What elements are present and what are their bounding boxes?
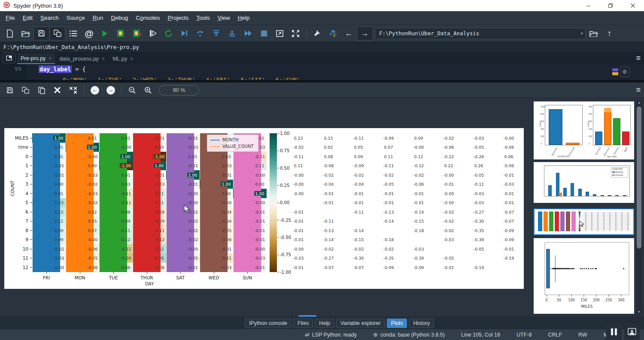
y-tick-label: 1 (9, 163, 28, 168)
pane-tab-files[interactable]: Files (293, 319, 313, 328)
menu-view[interactable]: View (214, 13, 234, 23)
thumbnail-scrollbar-thumb[interactable] (637, 107, 641, 248)
annotation-value: -0.08 (154, 209, 165, 214)
save-all-icon[interactable] (49, 27, 65, 40)
rerun-icon[interactable] (161, 27, 176, 40)
split-editor-icon[interactable] (620, 67, 629, 77)
parent-directory-icon[interactable]: ↑ (601, 27, 617, 40)
tab-data_process.py[interactable]: data_process.py× (56, 53, 108, 64)
editor-tabs: Pre-pro.py×data_process.py×ML.py× (17, 53, 137, 64)
status-label: CRLF (548, 332, 562, 338)
preferences-wrench-icon[interactable] (309, 27, 325, 40)
close-button[interactable] (622, 0, 644, 11)
tab-close-icon[interactable]: × (49, 55, 52, 61)
colorbar-tick-label: -0.50 (277, 235, 291, 239)
remove-all-plots-icon[interactable] (65, 83, 81, 97)
code-rest: = { (72, 66, 86, 73)
tab-close-icon[interactable]: × (102, 56, 105, 62)
menu-source[interactable]: Source (63, 13, 89, 23)
debug-run-icon[interactable] (176, 27, 192, 40)
scroll-down-icon[interactable]: ▼ (636, 310, 642, 314)
copy-plot-icon[interactable] (33, 83, 49, 97)
tab-ml.py[interactable]: ML.py× (109, 53, 137, 64)
annotation-value: -0.03 (154, 182, 165, 187)
new-file-icon[interactable] (2, 27, 18, 40)
file-switcher-icon[interactable] (65, 27, 81, 40)
browse-directory-icon[interactable] (586, 27, 601, 40)
annotation-value: -0.35 (383, 256, 394, 260)
menu-help[interactable]: Help (234, 13, 254, 23)
next-plot-icon[interactable]: → (103, 83, 118, 97)
cwd-dropdown-icon[interactable]: ▼ (581, 31, 583, 36)
pane-tab-plots[interactable]: Plots (387, 319, 407, 328)
step-into-icon[interactable] (208, 27, 224, 40)
symbol-finder-icon[interactable]: @ (81, 27, 97, 40)
thumbnail-selected-heatmap[interactable] (534, 208, 634, 235)
plots-options-menu-icon[interactable]: ≡ (636, 86, 641, 95)
colorbar-tick-label: 0.50 (277, 165, 289, 170)
x-tick-label: WED (208, 275, 219, 280)
step-return-icon[interactable] (224, 27, 240, 40)
minimize-button[interactable] (577, 0, 599, 11)
mini-y-tick: 100 (589, 135, 592, 138)
save-icon[interactable] (33, 27, 49, 40)
menu-projects[interactable]: Projects (164, 13, 193, 23)
scroll-up-icon[interactable]: ▲ (636, 101, 642, 104)
pause-button[interactable] (606, 323, 622, 340)
menu-tools[interactable]: Tools (192, 13, 214, 23)
code-editor[interactable]: 99 day_label = { 0:'MON', 1:'TUE', 2:'WE… (0, 64, 644, 80)
thumbnail-scrollbar[interactable]: ▲ ▼ (636, 100, 642, 315)
working-directory-field[interactable]: F:\PythonRun\Uber_Data_Analysis ▼ (375, 28, 586, 39)
annotation-value: 0.01 (54, 145, 63, 150)
menu-consoles[interactable]: Consoles (132, 13, 164, 23)
browse-tabs-icon[interactable] (3, 53, 15, 63)
annotation-value: -0.01 (353, 191, 364, 196)
pane-tab-help[interactable]: Help (315, 319, 334, 328)
save-all-plots-icon[interactable] (18, 83, 33, 97)
run-cell-advance-icon[interactable] (129, 27, 145, 40)
run-icon[interactable] (97, 27, 113, 40)
thumbnail-miles-boxplot[interactable]: 050100150200250300MILES (534, 238, 634, 314)
mini-bar (566, 143, 580, 145)
run-selection-icon[interactable] (145, 27, 161, 40)
forward-arrow-icon[interactable]: → (357, 27, 373, 40)
back-arrow-icon[interactable]: ← (341, 27, 357, 40)
plots-thumbnail-list: BusinessPersonal10008006004002000CATEGOR… (532, 98, 635, 317)
menu-run[interactable]: Run (89, 13, 107, 23)
menu-search[interactable]: Search (36, 13, 63, 23)
pane-tab-history[interactable]: History (409, 319, 434, 328)
thumbnail-category-daynight[interactable]: BusinessPersonal10008006004002000CATEGOR… (534, 101, 634, 159)
pane-tab-ipython-console[interactable]: IPython console (245, 319, 292, 328)
stop-icon[interactable] (256, 27, 272, 40)
remove-plot-icon[interactable] (49, 83, 65, 97)
annotation-value: 0.11 (255, 163, 264, 168)
zoom-level-field[interactable]: 90 % (159, 85, 199, 95)
tab-close-icon[interactable]: × (130, 56, 133, 62)
fullscreen-icon[interactable] (288, 27, 304, 40)
run-cell-icon[interactable] (113, 27, 129, 40)
maximize-pane-icon[interactable] (272, 27, 288, 40)
continue-icon[interactable] (240, 27, 256, 40)
zoom-in-icon[interactable] (140, 83, 156, 97)
pane-tab-variable-explorer[interactable]: Variable explorer (336, 319, 385, 328)
step-over-icon[interactable] (192, 27, 208, 40)
pythonpath-icon[interactable] (325, 27, 341, 40)
menu-debug[interactable]: Debug (107, 13, 132, 23)
screenshot-button[interactable] (624, 323, 640, 340)
annotation-value: -0.04 (353, 182, 364, 187)
open-file-icon[interactable] (18, 27, 33, 40)
thumbnail-purpose-bars[interactable]: CATEGORY Business Personal (534, 162, 634, 203)
editor-options-menu-icon[interactable]: ≡ (636, 54, 641, 63)
annotation-value: 0.00 (255, 182, 264, 187)
save-plot-icon[interactable] (2, 83, 18, 97)
tab-pre-pro.py[interactable]: Pre-pro.py× (17, 53, 55, 64)
restore-button[interactable] (599, 0, 622, 11)
current-plot-figure[interactable]: MONTH VALUE_COUNT COUNT DAY 1.000.010.01… (4, 128, 524, 289)
menu-file[interactable]: File (2, 13, 19, 23)
zoom-out-icon[interactable] (124, 83, 140, 97)
annotation-value: -0.00 (121, 145, 131, 150)
legend-label-value-count: VALUE_COUNT (222, 144, 254, 149)
menu-edit[interactable]: Edit (19, 13, 36, 23)
annotation-value: -0.30 (474, 219, 484, 224)
previous-plot-icon[interactable]: ← (87, 83, 103, 97)
